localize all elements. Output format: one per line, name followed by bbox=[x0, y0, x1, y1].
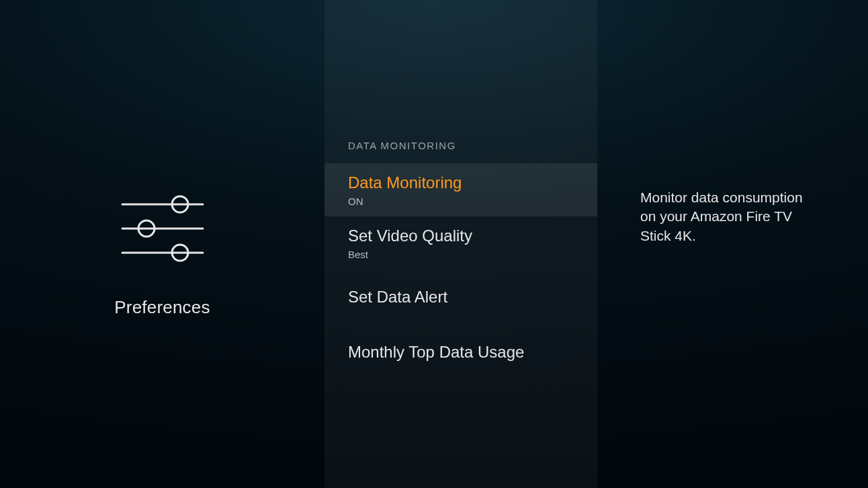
menu-panel: DATA MONITORING Data Monitoring ON Set V… bbox=[324, 0, 597, 488]
help-panel: Monitor data consumption on your Amazon … bbox=[597, 0, 868, 488]
menu-item-set-video-quality[interactable]: Set Video Quality Best bbox=[324, 216, 597, 270]
menu-item-sub: Best bbox=[348, 249, 574, 260]
menu-item-set-data-alert[interactable]: Set Data Alert bbox=[324, 270, 597, 325]
menu-item-data-monitoring[interactable]: Data Monitoring ON bbox=[324, 163, 597, 216]
menu-item-title: Set Video Quality bbox=[348, 226, 574, 246]
menu-item-title: Data Monitoring bbox=[348, 173, 574, 193]
help-text: Monitor data consumption on your Amazon … bbox=[640, 188, 821, 245]
svg-point-1 bbox=[172, 196, 188, 212]
menu-item-title: Set Data Alert bbox=[348, 287, 574, 307]
left-panel-label: Preferences bbox=[114, 297, 210, 318]
menu-item-title: Monthly Top Data Usage bbox=[348, 342, 574, 362]
section-header: DATA MONITORING bbox=[324, 140, 597, 163]
menu-item-monthly-top-data-usage[interactable]: Monthly Top Data Usage bbox=[324, 325, 597, 380]
left-panel: Preferences bbox=[0, 0, 324, 488]
preferences-sliders-icon bbox=[116, 187, 210, 268]
menu-item-sub: ON bbox=[348, 196, 574, 207]
settings-screen: Preferences DATA MONITORING Data Monitor… bbox=[0, 0, 868, 488]
svg-point-3 bbox=[138, 220, 155, 237]
svg-point-5 bbox=[172, 245, 188, 261]
